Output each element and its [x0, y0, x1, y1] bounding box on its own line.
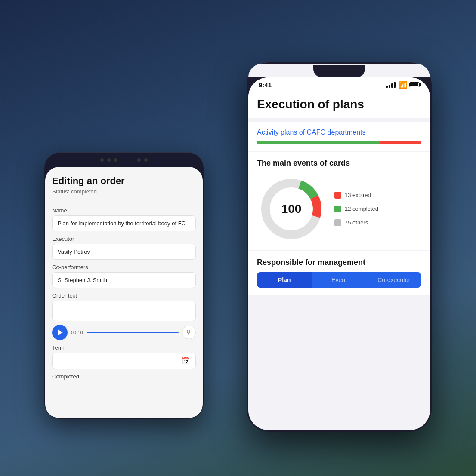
status-icons: 📶 — [386, 81, 420, 89]
donut-center-value: 100 — [281, 202, 302, 216]
order-text-box[interactable] — [52, 301, 196, 321]
legend-label-others: 75 others — [345, 219, 368, 226]
legend-item-others: 75 others — [334, 219, 378, 226]
camera-dot — [100, 158, 104, 162]
legend-item-completed: 12 completed — [334, 206, 378, 212]
progress-red — [380, 141, 422, 144]
android-screen: Editing an order Status: completed Name … — [45, 167, 203, 418]
progress-green — [257, 141, 380, 144]
signal-bar-2 — [389, 85, 390, 88]
camera-dot-3 — [114, 158, 117, 162]
battery-icon — [409, 82, 420, 87]
camera-dot-5 — [144, 158, 148, 162]
signal-bar-3 — [391, 83, 393, 88]
camera-dot-2 — [107, 158, 111, 162]
tab-bar: Plan Event Co-executor — [257, 272, 421, 288]
order-text-label: Order text — [52, 292, 196, 299]
legend-dot-expired — [334, 192, 341, 199]
mic-button[interactable]: 🎙 — [182, 326, 196, 339]
android-title: Editing an order — [52, 175, 196, 187]
android-notch-bar — [45, 153, 203, 167]
play-button[interactable] — [52, 325, 68, 340]
camera-dot-4 — [137, 158, 141, 162]
title-section: Execution of plans — [248, 92, 430, 118]
android-phone: Editing an order Status: completed Name … — [44, 152, 204, 419]
tab-coexecutor[interactable]: Co-executor — [367, 272, 421, 288]
activity-card: Activity plans of CAFC departments — [248, 122, 430, 151]
iphone-screen: 9:41 📶 Execution of plans — [248, 77, 430, 430]
executor-input[interactable]: Vasily Petrov — [52, 244, 196, 260]
name-label: Name — [52, 207, 196, 214]
term-label: Term — [52, 344, 196, 351]
legend-label-expired: 13 expired — [345, 192, 371, 198]
status-time: 9:41 — [259, 81, 272, 89]
audio-row: 00:10 🎙 — [52, 325, 196, 340]
progress-bar — [257, 141, 421, 144]
iphone: 9:41 📶 Execution of plans — [247, 62, 432, 432]
activity-title: Activity plans of CAFC departments — [257, 129, 421, 136]
battery-fill — [410, 83, 418, 86]
signal-bar-1 — [386, 86, 388, 88]
tab-plan[interactable]: Plan — [257, 272, 312, 288]
android-status: Status: completed — [52, 188, 196, 195]
main-events-section: The main events of cards 100 — [248, 152, 430, 250]
donut-chart: 100 — [257, 175, 326, 243]
play-icon — [58, 329, 63, 335]
legend-item-expired: 13 expired — [334, 192, 378, 199]
chart-legend: 13 expired 12 completed 75 others — [334, 192, 378, 226]
chart-row: 100 13 expired 12 completed — [257, 175, 421, 243]
tab-event[interactable]: Event — [312, 272, 366, 288]
responsible-title: Responsible for management — [257, 258, 421, 267]
audio-time: 00:10 — [71, 330, 83, 335]
legend-dot-completed — [334, 206, 341, 212]
iphone-title: Execution of plans — [257, 98, 421, 111]
name-input[interactable]: Plan for implementation by the territori… — [52, 215, 196, 231]
audio-progress-line[interactable] — [87, 332, 179, 333]
coperformers-input[interactable]: S. Stephen J. Smith — [52, 272, 196, 288]
legend-dot-others — [334, 219, 341, 226]
wifi-icon: 📶 — [399, 81, 408, 89]
term-input[interactable]: 📅 — [52, 353, 196, 369]
main-events-title: The main events of cards — [257, 159, 421, 168]
mic-icon: 🎙 — [186, 329, 192, 336]
signal-bars — [386, 82, 396, 88]
completed-label: Completed — [52, 373, 196, 380]
iphone-notch — [313, 65, 365, 77]
legend-label-completed: 12 completed — [345, 206, 378, 212]
responsible-section: Responsible for management Plan Event Co… — [248, 251, 430, 295]
executor-label: Executor — [52, 236, 196, 242]
signal-bar-4 — [394, 82, 396, 88]
calendar-icon: 📅 — [182, 356, 190, 365]
coperformers-label: Co-performers — [52, 264, 196, 270]
